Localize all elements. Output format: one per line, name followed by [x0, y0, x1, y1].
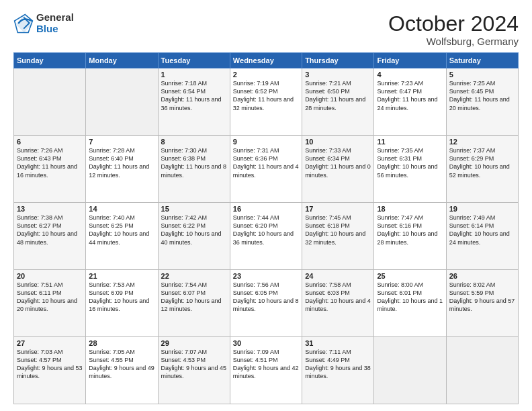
day-info: Sunrise: 7:21 AM Sunset: 6:50 PM Dayligh…: [305, 79, 371, 112]
logo-icon: [13, 13, 34, 34]
calendar-cell: 27Sunrise: 7:03 AM Sunset: 4:57 PM Dayli…: [14, 337, 86, 404]
calendar-header-tuesday: Tuesday: [158, 53, 230, 68]
calendar-cell: 16Sunrise: 7:44 AM Sunset: 6:20 PM Dayli…: [230, 203, 302, 270]
calendar-cell: 20Sunrise: 7:51 AM Sunset: 6:11 PM Dayli…: [14, 270, 86, 337]
day-number: 7: [89, 138, 154, 146]
calendar-cell: 23Sunrise: 7:56 AM Sunset: 6:05 PM Dayli…: [230, 270, 302, 337]
day-info: Sunrise: 7:56 AM Sunset: 6:05 PM Dayligh…: [233, 281, 299, 314]
calendar-cell: 19Sunrise: 7:49 AM Sunset: 6:14 PM Dayli…: [446, 203, 518, 270]
day-number: 10: [305, 138, 371, 146]
day-info: Sunrise: 7:09 AM Sunset: 4:51 PM Dayligh…: [233, 348, 299, 381]
day-number: 25: [377, 272, 443, 280]
day-number: 2: [233, 71, 299, 79]
calendar-cell: 25Sunrise: 8:00 AM Sunset: 6:01 PM Dayli…: [374, 270, 446, 337]
day-info: Sunrise: 7:37 AM Sunset: 6:29 PM Dayligh…: [449, 146, 515, 179]
day-info: Sunrise: 7:28 AM Sunset: 6:40 PM Dayligh…: [89, 146, 154, 179]
day-number: 21: [89, 272, 154, 280]
day-info: Sunrise: 7:47 AM Sunset: 6:16 PM Dayligh…: [377, 214, 443, 246]
day-info: Sunrise: 7:53 AM Sunset: 6:09 PM Dayligh…: [89, 281, 154, 314]
day-number: 8: [161, 138, 227, 146]
calendar-cell: 30Sunrise: 7:09 AM Sunset: 4:51 PM Dayli…: [230, 337, 302, 404]
logo-general: General: [36, 11, 74, 23]
day-info: Sunrise: 7:54 AM Sunset: 6:07 PM Dayligh…: [161, 281, 227, 314]
day-info: Sunrise: 7:49 AM Sunset: 6:14 PM Dayligh…: [449, 214, 515, 246]
calendar-cell: 21Sunrise: 7:53 AM Sunset: 6:09 PM Dayli…: [86, 270, 158, 337]
day-info: Sunrise: 7:42 AM Sunset: 6:22 PM Dayligh…: [161, 214, 227, 246]
calendar-cell: 31Sunrise: 7:11 AM Sunset: 4:49 PM Dayli…: [302, 337, 374, 404]
calendar-cell: 14Sunrise: 7:40 AM Sunset: 6:25 PM Dayli…: [86, 203, 158, 270]
day-number: 29: [161, 339, 227, 347]
day-number: 24: [305, 272, 371, 280]
day-number: 28: [89, 339, 154, 347]
calendar-cell: [86, 68, 158, 136]
day-number: 11: [377, 138, 443, 146]
calendar-cell: 28Sunrise: 7:05 AM Sunset: 4:55 PM Dayli…: [86, 337, 158, 404]
day-number: 18: [377, 205, 443, 213]
day-info: Sunrise: 7:51 AM Sunset: 6:11 PM Dayligh…: [17, 281, 83, 314]
day-number: 12: [449, 138, 515, 146]
day-info: Sunrise: 7:03 AM Sunset: 4:57 PM Dayligh…: [17, 348, 83, 381]
day-number: 20: [17, 272, 83, 280]
calendar-cell: 1Sunrise: 7:18 AM Sunset: 6:54 PM Daylig…: [158, 68, 230, 136]
month-title: October 2024: [388, 12, 519, 36]
calendar-cell: 5Sunrise: 7:25 AM Sunset: 6:45 PM Daylig…: [446, 68, 518, 136]
calendar-cell: [446, 337, 518, 404]
calendar-cell: 2Sunrise: 7:19 AM Sunset: 6:52 PM Daylig…: [230, 68, 302, 136]
header: General Blue October 2024 Wolfsburg, Ger…: [13, 12, 519, 47]
day-number: 22: [161, 272, 227, 280]
calendar-cell: 3Sunrise: 7:21 AM Sunset: 6:50 PM Daylig…: [302, 68, 374, 136]
day-number: 26: [449, 272, 515, 280]
calendar-week-1: 6Sunrise: 7:26 AM Sunset: 6:43 PM Daylig…: [14, 136, 519, 203]
day-number: 5: [449, 71, 515, 79]
day-info: Sunrise: 7:44 AM Sunset: 6:20 PM Dayligh…: [233, 214, 299, 246]
calendar-cell: [14, 68, 86, 136]
day-info: Sunrise: 7:25 AM Sunset: 6:45 PM Dayligh…: [449, 79, 515, 112]
day-info: Sunrise: 7:11 AM Sunset: 4:49 PM Dayligh…: [305, 348, 371, 381]
calendar-header-sunday: Sunday: [14, 53, 86, 68]
day-info: Sunrise: 7:26 AM Sunset: 6:43 PM Dayligh…: [17, 146, 83, 179]
calendar-cell: 29Sunrise: 7:07 AM Sunset: 4:53 PM Dayli…: [158, 337, 230, 404]
calendar-header-thursday: Thursday: [302, 53, 374, 68]
day-info: Sunrise: 7:38 AM Sunset: 6:27 PM Dayligh…: [17, 214, 83, 246]
day-number: 27: [17, 339, 83, 347]
day-info: Sunrise: 7:30 AM Sunset: 6:38 PM Dayligh…: [161, 146, 227, 179]
day-number: 14: [89, 205, 154, 213]
day-info: Sunrise: 7:18 AM Sunset: 6:54 PM Dayligh…: [161, 79, 227, 112]
day-number: 9: [233, 138, 299, 146]
page: General Blue October 2024 Wolfsburg, Ger…: [0, 0, 532, 411]
day-info: Sunrise: 7:05 AM Sunset: 4:55 PM Dayligh…: [89, 348, 154, 381]
calendar-cell: 18Sunrise: 7:47 AM Sunset: 6:16 PM Dayli…: [374, 203, 446, 270]
day-number: 16: [233, 205, 299, 213]
day-number: 30: [233, 339, 299, 347]
day-number: 13: [17, 205, 83, 213]
calendar-week-2: 13Sunrise: 7:38 AM Sunset: 6:27 PM Dayli…: [14, 203, 519, 270]
location-title: Wolfsburg, Germany: [388, 36, 519, 47]
title-block: October 2024 Wolfsburg, Germany: [388, 12, 519, 47]
calendar-cell: 12Sunrise: 7:37 AM Sunset: 6:29 PM Dayli…: [446, 136, 518, 203]
calendar-cell: 8Sunrise: 7:30 AM Sunset: 6:38 PM Daylig…: [158, 136, 230, 203]
day-info: Sunrise: 7:45 AM Sunset: 6:18 PM Dayligh…: [305, 214, 371, 246]
day-info: Sunrise: 7:31 AM Sunset: 6:36 PM Dayligh…: [233, 146, 299, 179]
day-info: Sunrise: 7:35 AM Sunset: 6:31 PM Dayligh…: [377, 146, 443, 179]
day-number: 23: [233, 272, 299, 280]
calendar-cell: 11Sunrise: 7:35 AM Sunset: 6:31 PM Dayli…: [374, 136, 446, 203]
calendar-week-4: 27Sunrise: 7:03 AM Sunset: 4:57 PM Dayli…: [14, 337, 519, 404]
calendar-cell: 17Sunrise: 7:45 AM Sunset: 6:18 PM Dayli…: [302, 203, 374, 270]
calendar-header-row: SundayMondayTuesdayWednesdayThursdayFrid…: [14, 53, 519, 68]
day-number: 6: [17, 138, 83, 146]
calendar-cell: 24Sunrise: 7:58 AM Sunset: 6:03 PM Dayli…: [302, 270, 374, 337]
logo-blue: Blue: [36, 23, 58, 34]
calendar-header-monday: Monday: [86, 53, 158, 68]
day-number: 19: [449, 205, 515, 213]
calendar-header-wednesday: Wednesday: [230, 53, 302, 68]
calendar-week-3: 20Sunrise: 7:51 AM Sunset: 6:11 PM Dayli…: [14, 270, 519, 337]
calendar-header-saturday: Saturday: [446, 53, 518, 68]
calendar-cell: 26Sunrise: 8:02 AM Sunset: 5:59 PM Dayli…: [446, 270, 518, 337]
day-number: 1: [161, 71, 227, 79]
calendar-cell: 10Sunrise: 7:33 AM Sunset: 6:34 PM Dayli…: [302, 136, 374, 203]
day-info: Sunrise: 8:00 AM Sunset: 6:01 PM Dayligh…: [377, 281, 443, 314]
logo: General Blue: [13, 12, 74, 34]
calendar-cell: 22Sunrise: 7:54 AM Sunset: 6:07 PM Dayli…: [158, 270, 230, 337]
calendar-cell: 6Sunrise: 7:26 AM Sunset: 6:43 PM Daylig…: [14, 136, 86, 203]
calendar-cell: 4Sunrise: 7:23 AM Sunset: 6:47 PM Daylig…: [374, 68, 446, 136]
